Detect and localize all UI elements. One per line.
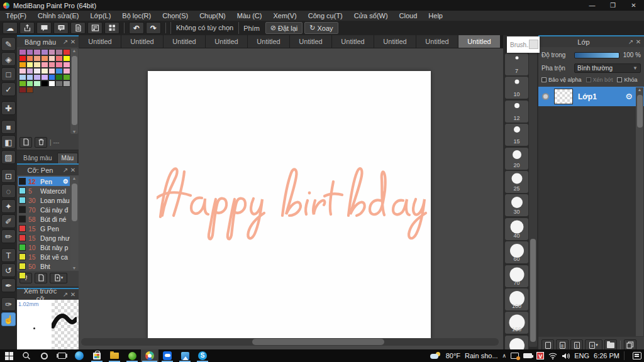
clipping-checkbox[interactable] (586, 77, 591, 82)
tab-untitled-1[interactable]: Untitled (121, 35, 163, 48)
tab-mau[interactable]: Màu (57, 153, 78, 163)
export-button[interactable] (19, 22, 35, 34)
size-preset-12[interactable]: 12 (505, 101, 528, 123)
color-swatch[interactable] (41, 80, 48, 87)
tool-transform-button[interactable]: ↺ (1, 263, 16, 277)
lock-checkbox[interactable] (617, 77, 622, 82)
brush-scrollbar[interactable]: ▲▼ (70, 176, 78, 270)
layer-visibility-icon[interactable] (542, 93, 549, 100)
speaker-icon[interactable] (562, 353, 570, 359)
zalo-button[interactable] (158, 349, 176, 362)
color-swatch[interactable] (63, 68, 70, 74)
color-swatch[interactable] (33, 68, 41, 74)
color-swatch[interactable] (48, 55, 56, 62)
color-swatch[interactable] (26, 68, 34, 74)
brush-item-b-t-v-ca[interactable]: 15Bút vẽ ca (18, 252, 70, 261)
tab-untitled-9[interactable]: Untitled (458, 35, 500, 48)
cloud-button[interactable]: ☁ (3, 22, 18, 34)
store-button[interactable] (88, 349, 106, 362)
color-swatch[interactable] (26, 80, 34, 87)
tool-select-eraser-button[interactable]: ✏ (1, 229, 16, 243)
popout-icon[interactable]: ↗ (627, 38, 635, 45)
color-swatch[interactable] (55, 49, 63, 55)
brush-item-b-t-i-n[interactable]: 58Bút đi né (18, 214, 70, 224)
color-swatch[interactable] (41, 62, 48, 68)
color-swatch[interactable] (63, 49, 70, 55)
size-preset-70[interactable]: 70 (505, 265, 528, 287)
tool-eraser-button[interactable]: ◈ (1, 52, 16, 66)
color-swatch[interactable] (55, 80, 63, 87)
color-swatch[interactable] (48, 68, 56, 74)
gear-icon[interactable]: ⚙ (625, 92, 633, 101)
skype-button[interactable]: S (194, 349, 211, 362)
color-swatch[interactable] (55, 68, 63, 74)
undo-button[interactable]: ↶ (129, 22, 144, 34)
hidden-icons-chevron[interactable]: ∧ (502, 353, 507, 359)
horizontal-scrollbar[interactable] (81, 338, 499, 346)
color-swatch[interactable] (26, 62, 34, 68)
tool-brush-button[interactable]: ✎ (1, 37, 16, 51)
color-swatch[interactable] (33, 49, 41, 55)
menu-c-a-s-w[interactable]: Cửa sổ(W) (348, 11, 394, 21)
canvas[interactable] (148, 71, 431, 339)
tool-lasso-button[interactable]: ◌ (1, 184, 16, 198)
close-panel-icon[interactable]: ✕ (635, 38, 642, 45)
close-panel-icon[interactable]: ✕ (69, 291, 77, 298)
palette-scrollbar[interactable]: ▲▼ (70, 48, 78, 134)
tab-untitled-8[interactable]: Untitled (416, 35, 458, 48)
tab-untitled-5[interactable]: Untitled (290, 35, 331, 48)
color-swatch[interactable] (48, 80, 56, 87)
grid-button[interactable] (104, 22, 119, 34)
size-preset-40[interactable]: 40 (505, 218, 528, 240)
tool-move-button[interactable]: ✚ (1, 101, 16, 115)
tool-rect-button[interactable]: □ (1, 67, 16, 81)
tool-wand-button[interactable]: ✦ (1, 199, 16, 213)
color-swatch[interactable] (63, 62, 70, 68)
scrollbar-thumb[interactable] (252, 339, 384, 345)
tool-text-button[interactable]: T (1, 248, 16, 262)
color-swatch[interactable] (41, 74, 48, 80)
size-preset-100[interactable]: 100 (505, 288, 528, 310)
color-swatch[interactable] (19, 55, 26, 62)
cortana-button[interactable] (35, 349, 53, 362)
color-swatch[interactable] (41, 55, 48, 62)
menu-ch-p-n[interactable]: Chụp(N) (194, 11, 231, 21)
menu-ch-n-s[interactable]: Chọn(S) (157, 11, 194, 21)
menu-help[interactable]: Help (423, 11, 448, 21)
edge-button[interactable] (70, 349, 88, 362)
tool-hand-button[interactable]: ☝ (1, 312, 16, 326)
size-preset-25[interactable]: 25 (505, 171, 528, 193)
color-swatch[interactable] (33, 74, 41, 80)
add-color-button[interactable] (19, 137, 32, 148)
temperature[interactable]: 80°F (446, 352, 460, 359)
battery-icon[interactable] (523, 353, 532, 358)
close-panel-icon[interactable]: ✕ (69, 38, 77, 45)
minimize-button[interactable]: — (582, 0, 602, 11)
layer-row-l-p1[interactable]: Lớp1⚙ (538, 87, 644, 106)
clock[interactable]: 6:26 PM (594, 352, 619, 359)
tab-untitled-4[interactable]: Untitled (248, 35, 289, 48)
reset-button[interactable]: ⊘Đặt lại (265, 22, 303, 34)
color-swatch[interactable] (48, 62, 56, 68)
brush-float-box[interactable] (529, 40, 538, 49)
task-view-button[interactable] (53, 349, 70, 362)
brush-item-watercol[interactable]: 5Watercol (18, 186, 70, 195)
settings-list-button[interactable] (87, 22, 103, 34)
color-swatch[interactable] (63, 80, 70, 87)
color-swatch[interactable] (19, 62, 26, 68)
menu-t-p-f[interactable]: Tệp(F) (0, 11, 32, 21)
tool-fill-rect-button[interactable]: ■ (1, 120, 16, 134)
color-swatch[interactable] (26, 49, 34, 55)
green-app-button[interactable] (123, 349, 141, 362)
brush-item-g-pen[interactable]: 15G Pen (18, 224, 70, 233)
brush-item-c-i-n-y[interactable]: 70Cái này đ (18, 205, 70, 214)
language-indicator[interactable]: ENG (574, 352, 589, 359)
color-swatch[interactable] (55, 55, 63, 62)
weather-icon[interactable] (430, 352, 441, 360)
color-swatch[interactable] (63, 74, 70, 80)
opacity-slider[interactable] (574, 52, 619, 58)
menu-xem-v[interactable]: Xem(V) (267, 11, 302, 21)
color-swatch[interactable] (33, 55, 41, 62)
tab-untitled-6[interactable]: Untitled (332, 35, 374, 48)
size-preset-30[interactable]: 30 (505, 194, 528, 216)
